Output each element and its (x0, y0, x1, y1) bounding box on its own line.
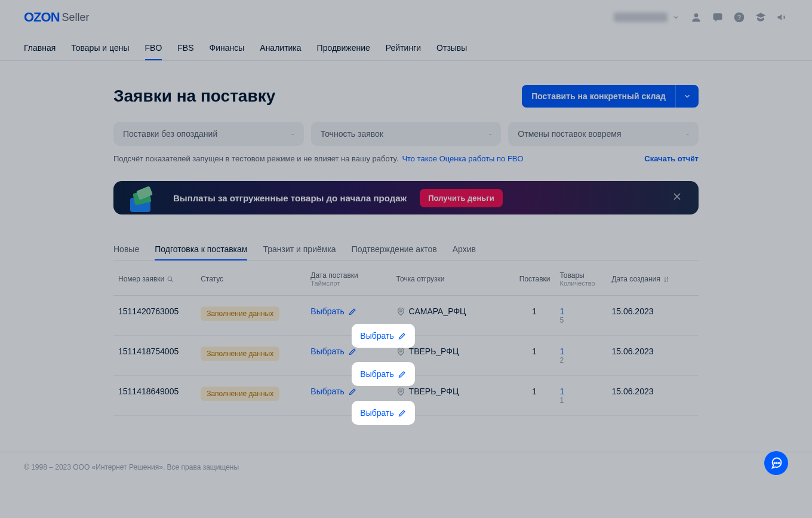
pencil-icon (398, 409, 407, 418)
highlight-select-2: Выбрать (352, 362, 415, 386)
highlight-select-1: Выбрать (352, 324, 415, 348)
svg-point-0 (694, 13, 699, 17)
logo-brand: OZON (24, 10, 60, 25)
sort-icon (663, 276, 670, 283)
select-timeslot-button[interactable]: Выбрать (360, 408, 406, 418)
col-deliveries: Поставки (513, 260, 555, 296)
pencil-icon (348, 347, 357, 356)
select-timeslot-button[interactable]: Выбрать (360, 331, 406, 341)
tab-new[interactable]: Новые (113, 238, 139, 260)
page-title: Заявки на поставку (113, 87, 275, 106)
svg-text:?: ? (737, 14, 741, 21)
nav-promotion[interactable]: Продвижение (317, 36, 370, 60)
location-cell: ТВЕРЬ_РФЦ (396, 387, 509, 396)
stat-ontime[interactable]: Поставки без опозданий- (113, 122, 304, 146)
status-badge: Заполнение данных (201, 347, 279, 361)
chat-fab[interactable] (764, 451, 788, 475)
svg-point-11 (774, 462, 775, 464)
nav-reviews[interactable]: Отзывы (436, 36, 467, 60)
svg-point-10 (399, 390, 402, 392)
supply-to-warehouse-button[interactable]: Поставить на конкретный склад (522, 85, 675, 108)
select-timeslot-button[interactable]: Выбрать (360, 369, 406, 379)
svg-point-8 (399, 309, 402, 312)
search-icon (167, 275, 174, 283)
logo[interactable]: OZON Seller (24, 10, 90, 25)
pencil-icon (348, 307, 357, 316)
banner-illustration (127, 181, 160, 214)
supply-tabs: Новые Подготовка к поставкам Транзит и п… (113, 238, 699, 260)
col-id[interactable]: Номер заявки (113, 260, 196, 296)
primary-nav: Главная Товары и цены FBO FBS Финансы Ан… (0, 35, 812, 61)
footer: © 1998 – 2023 ООО «Интернет Решения». Вс… (0, 452, 812, 482)
info-line: Подсчёт показателей запущен в тестовом р… (113, 154, 699, 163)
nav-ratings[interactable]: Рейтинги (386, 36, 421, 60)
svg-point-12 (776, 462, 777, 464)
select-timeslot-button[interactable]: Выбрать (310, 347, 356, 356)
tab-archive[interactable]: Архив (453, 238, 476, 260)
nav-fbo[interactable]: FBO (145, 36, 162, 60)
status-badge: Заполнение данных (201, 306, 279, 321)
status-badge: Заполнение данных (201, 387, 279, 401)
megaphone-icon[interactable] (776, 11, 788, 23)
main-content: Заявки на поставку Поставить на конкретн… (113, 61, 699, 452)
chevron-down-icon (672, 14, 679, 21)
pencil-icon (398, 370, 407, 379)
goods-count-link[interactable]: 1 (559, 387, 564, 396)
pencil-icon (348, 387, 357, 396)
stat-cancels[interactable]: Отмены поставок вовремя- (508, 122, 699, 146)
primary-cta-group: Поставить на конкретный склад (522, 85, 699, 108)
select-timeslot-button[interactable]: Выбрать (310, 387, 356, 396)
svg-point-9 (399, 350, 402, 352)
chat-bubble-icon (770, 456, 783, 470)
goods-count-link[interactable]: 1 (559, 347, 564, 356)
get-money-button[interactable]: Получить деньги (420, 189, 503, 207)
location-icon (396, 347, 405, 356)
svg-point-13 (779, 462, 780, 464)
fbo-rating-link[interactable]: Что такое Оценка работы по FBO (402, 154, 523, 163)
nav-analytics[interactable]: Аналитика (260, 36, 301, 60)
chat-icon[interactable] (712, 11, 724, 23)
col-goods: ТоварыКоличество (555, 260, 607, 296)
account-switcher[interactable] (614, 13, 679, 22)
location-cell: ТВЕРЬ_РФЦ (396, 347, 509, 356)
nav-finance[interactable]: Финансы (210, 36, 245, 60)
tab-transit[interactable]: Транзит и приёмка (263, 238, 336, 260)
supply-to-warehouse-dropdown[interactable] (675, 85, 699, 108)
education-icon[interactable] (755, 11, 767, 23)
nav-products[interactable]: Товары и цены (71, 36, 129, 60)
tab-preparation[interactable]: Подготовка к поставкам (155, 238, 247, 260)
col-created[interactable]: Дата создания (607, 260, 699, 296)
profile-icon[interactable] (690, 11, 702, 23)
stat-accuracy[interactable]: Точность заявок- (311, 122, 502, 146)
tab-confirmation[interactable]: Подтверждение актов (352, 238, 437, 260)
pencil-icon (398, 332, 407, 341)
close-icon[interactable] (671, 191, 685, 205)
location-icon (396, 387, 405, 396)
svg-rect-1 (713, 13, 722, 20)
location-cell: САМАРА_РФЦ (396, 306, 509, 316)
payout-banner: Выплаты за отгруженные товары до начала … (113, 181, 699, 214)
col-date: Дата поставкиТаймслот (306, 260, 391, 296)
download-report-link[interactable]: Скачать отчёт (644, 154, 699, 163)
logo-sub: Seller (62, 11, 90, 24)
select-timeslot-button[interactable]: Выбрать (310, 306, 356, 316)
col-location: Точка отгрузки (392, 260, 514, 296)
nav-main[interactable]: Главная (24, 36, 56, 60)
chevron-down-icon (683, 92, 691, 100)
banner-text: Выплаты за отгруженные товары до начала … (173, 193, 407, 203)
header: OZON Seller ? (0, 0, 812, 35)
help-icon[interactable]: ? (733, 11, 745, 23)
svg-point-7 (168, 277, 172, 281)
goods-count-link[interactable]: 1 (559, 306, 564, 316)
location-icon (396, 307, 405, 316)
nav-fbs[interactable]: FBS (177, 36, 193, 60)
col-status: Статус (196, 260, 306, 296)
account-name-blurred (614, 13, 668, 22)
highlight-select-3: Выбрать (352, 401, 415, 425)
